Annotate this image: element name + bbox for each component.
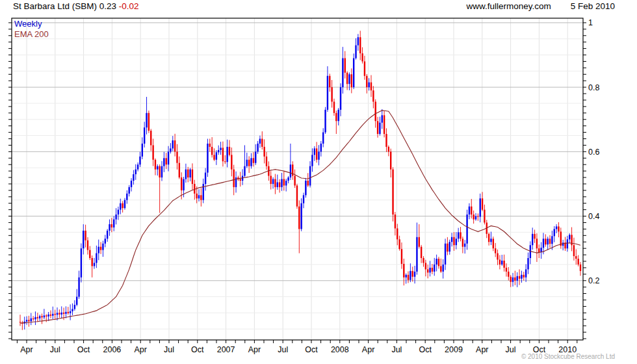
x-axis-label: Apr (248, 345, 261, 354)
ema-200-line (20, 110, 580, 323)
price-chart: 10.80.60.40.2AprJulOct2006AprJulOct2007A… (0, 0, 637, 364)
chart-title: St Barbara Ltd (SBM) 0.23 (13, 1, 116, 11)
x-axis-label: 2006 (103, 345, 121, 354)
x-axis-label: Jul (391, 345, 402, 354)
x-axis-labels: AprJulOct2006AprJulOct2007AprJulOct2008A… (20, 345, 577, 354)
x-axis-label: 2007 (217, 345, 235, 354)
x-axis-label: Oct (77, 345, 90, 354)
x-axis-label: Jul (164, 345, 174, 354)
x-axis-label: Jul (506, 345, 516, 354)
x-axis-label: Apr (362, 345, 374, 354)
price-change: -0.02 (119, 1, 139, 11)
candles-layer (20, 31, 581, 330)
x-axis-label: Oct (419, 345, 432, 354)
y-axis-label: 0.8 (588, 83, 599, 92)
x-axis-label: Oct (305, 345, 318, 354)
y-axis-label: 1 (588, 18, 593, 27)
x-axis-label: Jul (278, 345, 288, 354)
legend-weekly: Weekly (14, 19, 42, 29)
plot-border (12, 18, 583, 340)
x-axis-label: 2008 (331, 345, 349, 354)
x-axis-label: Jul (50, 345, 60, 354)
vertical-gridlines (27, 18, 567, 340)
x-axis-ticks (17, 340, 577, 343)
chart-window: 10.80.60.40.2AprJulOct2006AprJulOct2007A… (0, 0, 637, 364)
header-right: www.fullermoney.com 5 Feb 2010 (466, 1, 615, 11)
x-axis-label: Oct (191, 345, 204, 354)
copyright-notice: © 2010 Stockcube Research Ltd (521, 353, 615, 360)
x-axis-label: Apr (20, 345, 32, 354)
y-axis-ticks (8, 23, 586, 339)
chart-header: St Barbara Ltd (SBM) 0.23 -0.02 (13, 1, 139, 11)
chart-date: 5 Feb 2010 (571, 1, 615, 11)
x-axis-label: Apr (134, 345, 146, 354)
legend-ema-200: EMA 200 (14, 29, 49, 39)
y-axis-label: 0.4 (588, 212, 599, 221)
y-axis-label: 0.2 (588, 276, 599, 285)
y-axis-labels: 10.80.60.40.2 (588, 18, 599, 285)
site-url: www.fullermoney.com (466, 1, 551, 11)
x-axis-label: 2009 (445, 345, 463, 354)
y-axis-label: 0.6 (588, 148, 599, 157)
x-axis-label: Apr (476, 345, 488, 354)
